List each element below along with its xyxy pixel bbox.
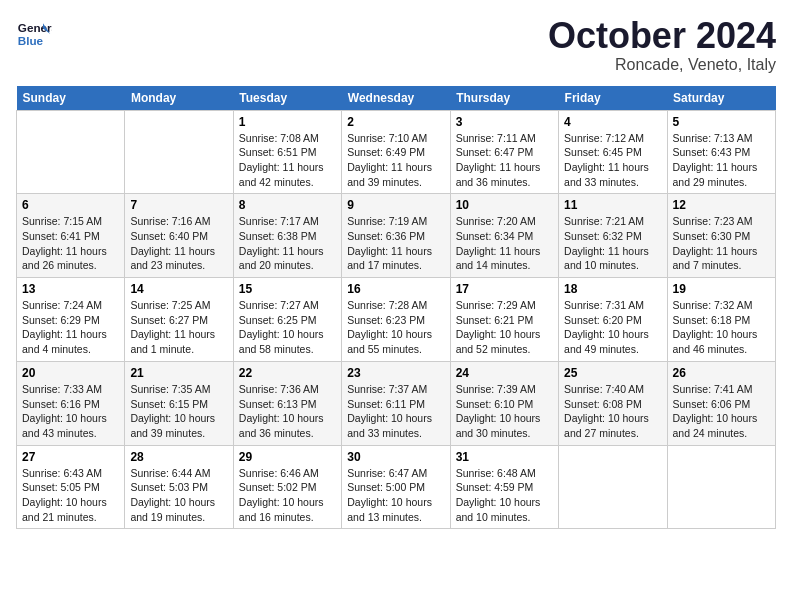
day-number: 26 <box>673 366 770 380</box>
day-info: Sunrise: 7:17 AMSunset: 6:38 PMDaylight:… <box>239 214 336 273</box>
day-info: Sunrise: 7:15 AMSunset: 6:41 PMDaylight:… <box>22 214 119 273</box>
day-info: Sunrise: 7:40 AMSunset: 6:08 PMDaylight:… <box>564 382 661 441</box>
svg-text:General: General <box>18 21 52 34</box>
day-number: 16 <box>347 282 444 296</box>
day-number: 2 <box>347 115 444 129</box>
calendar-cell: 30Sunrise: 6:47 AMSunset: 5:00 PMDayligh… <box>342 445 450 529</box>
day-info: Sunrise: 6:48 AMSunset: 4:59 PMDaylight:… <box>456 466 553 525</box>
week-row-1: 1Sunrise: 7:08 AMSunset: 6:51 PMDaylight… <box>17 110 776 194</box>
col-header-monday: Monday <box>125 86 233 111</box>
day-number: 1 <box>239 115 336 129</box>
day-number: 17 <box>456 282 553 296</box>
calendar-cell: 1Sunrise: 7:08 AMSunset: 6:51 PMDaylight… <box>233 110 341 194</box>
calendar-cell: 14Sunrise: 7:25 AMSunset: 6:27 PMDayligh… <box>125 278 233 362</box>
day-number: 31 <box>456 450 553 464</box>
calendar-table: SundayMondayTuesdayWednesdayThursdayFrid… <box>16 86 776 530</box>
col-header-thursday: Thursday <box>450 86 558 111</box>
day-number: 20 <box>22 366 119 380</box>
calendar-cell: 27Sunrise: 6:43 AMSunset: 5:05 PMDayligh… <box>17 445 125 529</box>
day-number: 15 <box>239 282 336 296</box>
month-title: October 2024 <box>548 16 776 56</box>
col-header-sunday: Sunday <box>17 86 125 111</box>
page-header: General Blue October 2024 Roncade, Venet… <box>16 16 776 74</box>
day-info: Sunrise: 7:16 AMSunset: 6:40 PMDaylight:… <box>130 214 227 273</box>
day-info: Sunrise: 6:46 AMSunset: 5:02 PMDaylight:… <box>239 466 336 525</box>
day-number: 4 <box>564 115 661 129</box>
calendar-cell: 10Sunrise: 7:20 AMSunset: 6:34 PMDayligh… <box>450 194 558 278</box>
calendar-cell: 13Sunrise: 7:24 AMSunset: 6:29 PMDayligh… <box>17 278 125 362</box>
col-header-friday: Friday <box>559 86 667 111</box>
day-number: 9 <box>347 198 444 212</box>
day-info: Sunrise: 6:47 AMSunset: 5:00 PMDaylight:… <box>347 466 444 525</box>
col-header-saturday: Saturday <box>667 86 775 111</box>
day-number: 13 <box>22 282 119 296</box>
day-info: Sunrise: 7:11 AMSunset: 6:47 PMDaylight:… <box>456 131 553 190</box>
calendar-cell: 31Sunrise: 6:48 AMSunset: 4:59 PMDayligh… <box>450 445 558 529</box>
calendar-cell: 3Sunrise: 7:11 AMSunset: 6:47 PMDaylight… <box>450 110 558 194</box>
calendar-cell: 19Sunrise: 7:32 AMSunset: 6:18 PMDayligh… <box>667 278 775 362</box>
day-info: Sunrise: 7:29 AMSunset: 6:21 PMDaylight:… <box>456 298 553 357</box>
day-number: 29 <box>239 450 336 464</box>
calendar-cell: 28Sunrise: 6:44 AMSunset: 5:03 PMDayligh… <box>125 445 233 529</box>
day-info: Sunrise: 7:39 AMSunset: 6:10 PMDaylight:… <box>456 382 553 441</box>
calendar-cell: 29Sunrise: 6:46 AMSunset: 5:02 PMDayligh… <box>233 445 341 529</box>
calendar-cell: 15Sunrise: 7:27 AMSunset: 6:25 PMDayligh… <box>233 278 341 362</box>
calendar-cell: 26Sunrise: 7:41 AMSunset: 6:06 PMDayligh… <box>667 361 775 445</box>
day-info: Sunrise: 7:24 AMSunset: 6:29 PMDaylight:… <box>22 298 119 357</box>
calendar-cell: 17Sunrise: 7:29 AMSunset: 6:21 PMDayligh… <box>450 278 558 362</box>
day-info: Sunrise: 7:13 AMSunset: 6:43 PMDaylight:… <box>673 131 770 190</box>
svg-text:Blue: Blue <box>18 34 44 47</box>
calendar-cell: 24Sunrise: 7:39 AMSunset: 6:10 PMDayligh… <box>450 361 558 445</box>
day-info: Sunrise: 7:35 AMSunset: 6:15 PMDaylight:… <box>130 382 227 441</box>
day-info: Sunrise: 7:33 AMSunset: 6:16 PMDaylight:… <box>22 382 119 441</box>
day-number: 10 <box>456 198 553 212</box>
calendar-cell: 23Sunrise: 7:37 AMSunset: 6:11 PMDayligh… <box>342 361 450 445</box>
calendar-cell: 2Sunrise: 7:10 AMSunset: 6:49 PMDaylight… <box>342 110 450 194</box>
day-number: 24 <box>456 366 553 380</box>
calendar-cell <box>667 445 775 529</box>
day-info: Sunrise: 7:19 AMSunset: 6:36 PMDaylight:… <box>347 214 444 273</box>
day-info: Sunrise: 7:37 AMSunset: 6:11 PMDaylight:… <box>347 382 444 441</box>
calendar-cell <box>17 110 125 194</box>
day-info: Sunrise: 6:44 AMSunset: 5:03 PMDaylight:… <box>130 466 227 525</box>
day-info: Sunrise: 7:32 AMSunset: 6:18 PMDaylight:… <box>673 298 770 357</box>
day-number: 28 <box>130 450 227 464</box>
calendar-cell: 25Sunrise: 7:40 AMSunset: 6:08 PMDayligh… <box>559 361 667 445</box>
title-block: October 2024 Roncade, Veneto, Italy <box>548 16 776 74</box>
calendar-cell: 21Sunrise: 7:35 AMSunset: 6:15 PMDayligh… <box>125 361 233 445</box>
header-row: SundayMondayTuesdayWednesdayThursdayFrid… <box>17 86 776 111</box>
calendar-cell: 11Sunrise: 7:21 AMSunset: 6:32 PMDayligh… <box>559 194 667 278</box>
day-number: 11 <box>564 198 661 212</box>
day-info: Sunrise: 7:28 AMSunset: 6:23 PMDaylight:… <box>347 298 444 357</box>
logo: General Blue <box>16 16 52 52</box>
day-number: 5 <box>673 115 770 129</box>
calendar-cell: 9Sunrise: 7:19 AMSunset: 6:36 PMDaylight… <box>342 194 450 278</box>
day-info: Sunrise: 7:36 AMSunset: 6:13 PMDaylight:… <box>239 382 336 441</box>
calendar-cell <box>125 110 233 194</box>
col-header-tuesday: Tuesday <box>233 86 341 111</box>
day-number: 7 <box>130 198 227 212</box>
day-number: 18 <box>564 282 661 296</box>
day-info: Sunrise: 7:12 AMSunset: 6:45 PMDaylight:… <box>564 131 661 190</box>
day-info: Sunrise: 7:27 AMSunset: 6:25 PMDaylight:… <box>239 298 336 357</box>
day-number: 12 <box>673 198 770 212</box>
day-number: 21 <box>130 366 227 380</box>
calendar-cell: 12Sunrise: 7:23 AMSunset: 6:30 PMDayligh… <box>667 194 775 278</box>
location: Roncade, Veneto, Italy <box>548 56 776 74</box>
calendar-cell: 18Sunrise: 7:31 AMSunset: 6:20 PMDayligh… <box>559 278 667 362</box>
calendar-cell: 7Sunrise: 7:16 AMSunset: 6:40 PMDaylight… <box>125 194 233 278</box>
day-number: 23 <box>347 366 444 380</box>
calendar-cell: 20Sunrise: 7:33 AMSunset: 6:16 PMDayligh… <box>17 361 125 445</box>
day-number: 8 <box>239 198 336 212</box>
day-info: Sunrise: 7:21 AMSunset: 6:32 PMDaylight:… <box>564 214 661 273</box>
calendar-cell: 6Sunrise: 7:15 AMSunset: 6:41 PMDaylight… <box>17 194 125 278</box>
week-row-3: 13Sunrise: 7:24 AMSunset: 6:29 PMDayligh… <box>17 278 776 362</box>
day-number: 25 <box>564 366 661 380</box>
day-number: 30 <box>347 450 444 464</box>
day-info: Sunrise: 7:31 AMSunset: 6:20 PMDaylight:… <box>564 298 661 357</box>
day-info: Sunrise: 7:25 AMSunset: 6:27 PMDaylight:… <box>130 298 227 357</box>
col-header-wednesday: Wednesday <box>342 86 450 111</box>
week-row-4: 20Sunrise: 7:33 AMSunset: 6:16 PMDayligh… <box>17 361 776 445</box>
day-info: Sunrise: 6:43 AMSunset: 5:05 PMDaylight:… <box>22 466 119 525</box>
calendar-cell: 22Sunrise: 7:36 AMSunset: 6:13 PMDayligh… <box>233 361 341 445</box>
